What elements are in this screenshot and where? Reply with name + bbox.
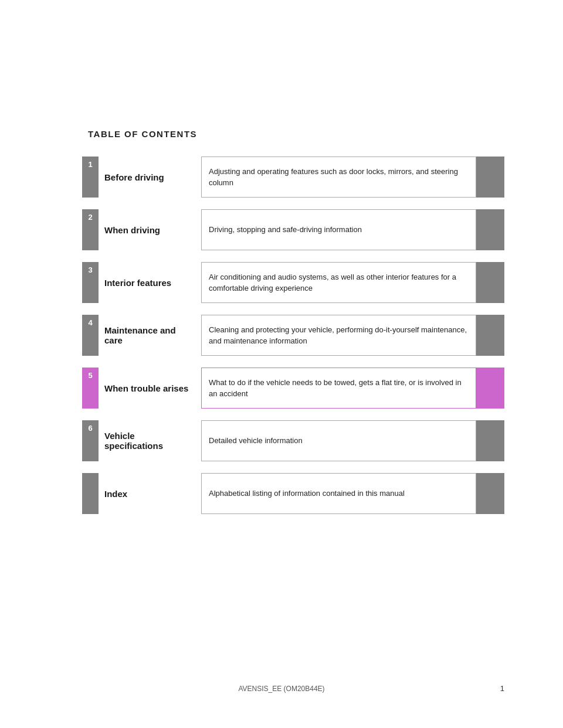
toc-row: 1 Before driving Adjusting and operating…: [82, 157, 504, 198]
toc-right-color-2: [476, 209, 504, 250]
toc-section-title-5: When trouble arises: [99, 368, 201, 409]
toc-number-4: 4: [82, 315, 99, 356]
toc-row: Index Alphabetical listing of informatio…: [82, 473, 504, 514]
toc-number-5: 5: [82, 368, 99, 409]
toc-row: 3 Interior features Air conditioning and…: [82, 262, 504, 303]
toc-right-color-1: [476, 157, 504, 198]
toc-section-title-6: Vehicle specifications: [99, 420, 201, 461]
toc-section-title-2: When driving: [99, 209, 201, 250]
toc-description-6: Detailed vehicle information: [201, 420, 476, 461]
toc-number-2: 2: [82, 209, 99, 250]
table-of-contents: TABLE OF CONTENTS 1 Before driving Adjus…: [82, 129, 504, 526]
toc-right-color-3: [476, 262, 504, 303]
toc-title: TABLE OF CONTENTS: [82, 129, 504, 139]
toc-row: 5 When trouble arises What to do if the …: [82, 368, 504, 409]
toc-right-color-index: [476, 473, 504, 514]
toc-description-4: Cleaning and protecting your vehicle, pe…: [201, 315, 476, 356]
toc-row: 6 Vehicle specifications Detailed vehicl…: [82, 420, 504, 461]
toc-section-title-1: Before driving: [99, 157, 201, 198]
toc-description-2: Driving, stopping and safe-driving infor…: [201, 209, 476, 250]
toc-right-color-5: [476, 368, 504, 409]
toc-row: 4 Maintenance and care Cleaning and prot…: [82, 315, 504, 356]
toc-number-3: 3: [82, 262, 99, 303]
toc-description-5: What to do if the vehicle needs to be to…: [201, 368, 476, 409]
toc-number-1: 1: [82, 157, 99, 198]
toc-number-6: 6: [82, 420, 99, 461]
page: TABLE OF CONTENTS 1 Before driving Adjus…: [0, 0, 563, 728]
toc-number-index: [82, 473, 99, 514]
toc-right-color-4: [476, 315, 504, 356]
toc-row: 2 When driving Driving, stopping and saf…: [82, 209, 504, 250]
toc-section-title-4: Maintenance and care: [99, 315, 201, 356]
toc-description-index: Alphabetical listing of information cont…: [201, 473, 476, 514]
toc-description-1: Adjusting and operating features such as…: [201, 157, 476, 198]
footer-text: AVENSIS_EE (OM20B44E): [0, 685, 563, 693]
toc-section-title-3: Interior features: [99, 262, 201, 303]
toc-section-title-index: Index: [99, 473, 201, 514]
toc-right-color-6: [476, 420, 504, 461]
toc-description-3: Air conditioning and audio systems, as w…: [201, 262, 476, 303]
